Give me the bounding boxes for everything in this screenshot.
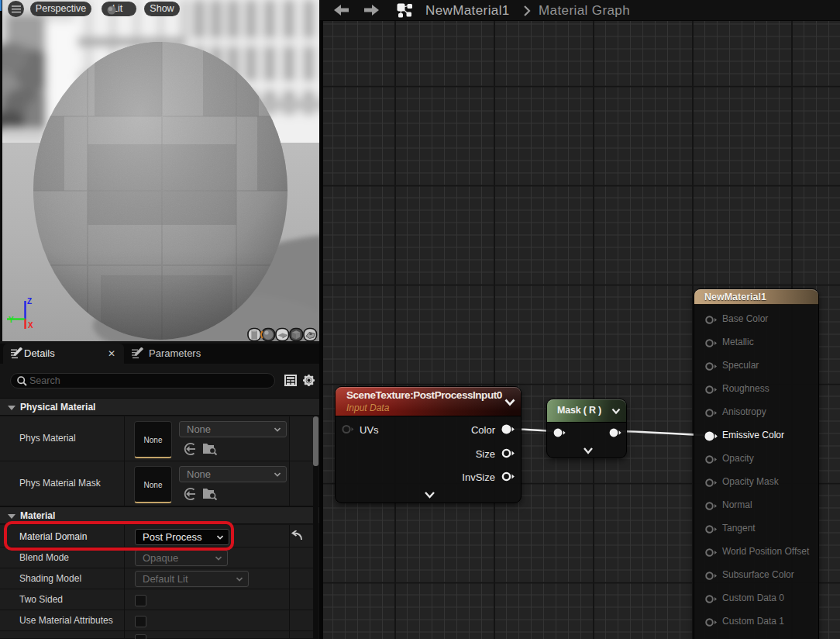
svg-text:X: X (28, 321, 33, 330)
svg-text:Y: Y (9, 316, 14, 324)
svg-text:Z: Z (27, 297, 32, 306)
